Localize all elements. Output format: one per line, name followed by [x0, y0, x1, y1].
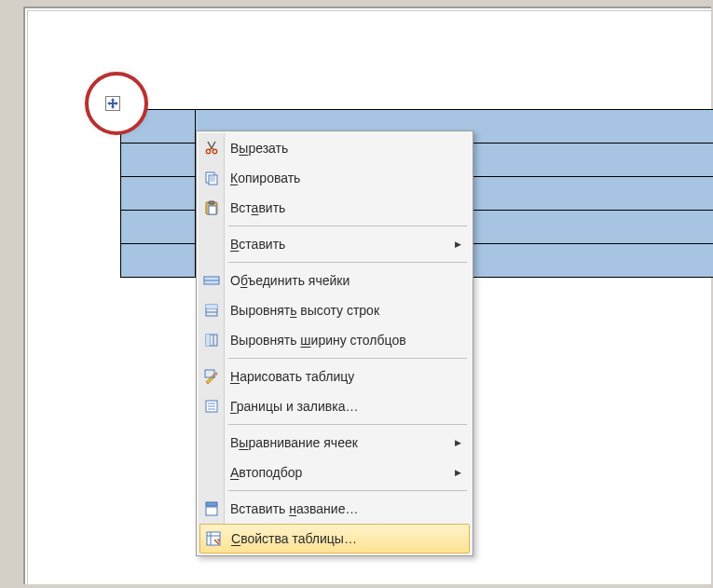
menu-item-autofit[interactable]: Автоподбор — [199, 458, 471, 487]
menu-item-label: Вставить — [230, 200, 285, 215]
menu-item-label: Выравнивание ячеек — [230, 435, 358, 450]
cut-icon — [202, 139, 221, 157]
menu-item-label: Объединить ячейки — [230, 273, 350, 288]
menu-item-align[interactable]: Выравнивание ячеек — [199, 428, 471, 458]
merge-icon — [202, 271, 221, 290]
menu-item-insert[interactable]: Вставить — [199, 229, 471, 259]
blank-icon — [202, 433, 221, 452]
move-arrows-icon — [107, 98, 118, 109]
menu-item-label: Нарисовать таблицу — [230, 369, 354, 384]
menu-item-label: Автоподбор — [230, 465, 302, 480]
table-move-handle[interactable] — [105, 96, 120, 111]
menu-item-label: Вставить название… — [230, 501, 358, 516]
properties-icon — [204, 529, 223, 548]
dist-rows-icon — [202, 301, 221, 320]
copy-icon — [202, 169, 221, 187]
menu-item-cut[interactable]: Вырезать — [199, 133, 471, 163]
menu-item-dist-rows[interactable]: Выровнять высоту строк — [199, 295, 471, 325]
menu-item-label: Копировать — [230, 171, 300, 185]
svg-rect-11 — [206, 335, 210, 346]
menu-separator — [228, 490, 467, 491]
menu-item-label: Выровнять ширину столбцов — [230, 333, 406, 348]
table-context-menu: ВырезатьКопироватьВставитьВставитьОбъеди… — [196, 130, 473, 556]
svg-rect-6 — [209, 206, 216, 214]
menu-item-label: Вставить — [230, 237, 285, 252]
menu-item-dist-cols[interactable]: Выровнять ширину столбцов — [199, 325, 471, 355]
menu-item-draw[interactable]: Нарисовать таблицу — [199, 362, 471, 391]
caption-icon — [202, 499, 221, 518]
document-page: ВырезатьКопироватьВставитьВставитьОбъеди… — [23, 7, 711, 584]
menu-separator — [228, 424, 467, 425]
borders-icon — [202, 397, 221, 416]
svg-rect-9 — [206, 305, 217, 308]
draw-icon — [202, 367, 221, 386]
menu-item-caption[interactable]: Вставить название… — [199, 494, 471, 524]
menu-separator — [228, 226, 467, 226]
menu-item-label: Вырезать — [230, 141, 288, 156]
menu-item-label: Свойства таблицы… — [231, 531, 357, 546]
blank-icon — [202, 235, 221, 253]
menu-item-properties[interactable]: Свойства таблицы… — [199, 524, 470, 554]
svg-rect-5 — [209, 201, 214, 204]
menu-item-merge[interactable]: Объединить ячейки — [199, 266, 471, 295]
dist-cols-icon — [202, 331, 221, 349]
menu-item-label: Границы и заливка… — [230, 399, 358, 414]
menu-separator — [228, 358, 467, 359]
menu-separator — [228, 262, 467, 263]
svg-rect-14 — [206, 502, 217, 506]
blank-icon — [202, 463, 221, 482]
menu-item-borders[interactable]: Границы и заливка… — [199, 391, 471, 421]
menu-item-copy[interactable]: Копировать — [199, 163, 471, 193]
svg-rect-15 — [206, 507, 217, 515]
menu-item-paste[interactable]: Вставить — [199, 193, 471, 223]
paste-icon — [202, 198, 221, 217]
menu-item-label: Выровнять высоту строк — [230, 303, 379, 318]
